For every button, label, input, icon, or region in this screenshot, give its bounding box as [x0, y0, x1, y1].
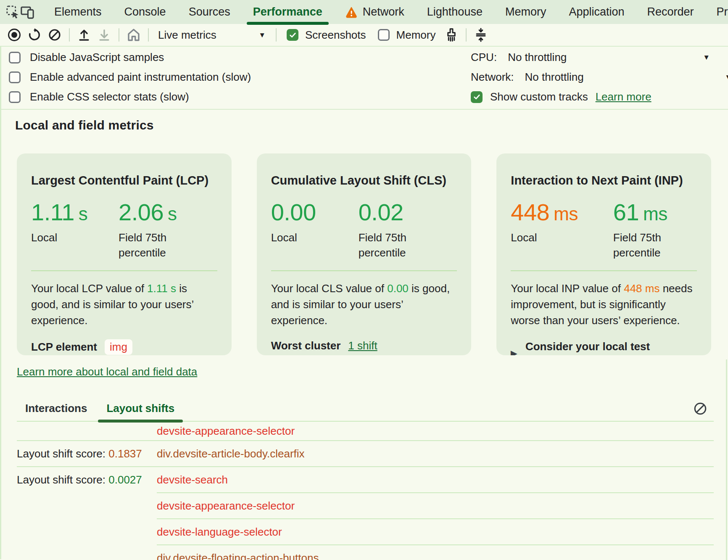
reload-icon: [27, 28, 42, 42]
chevron-down-icon[interactable]: ▼: [725, 74, 728, 81]
tab-label: Lighthouse: [427, 5, 483, 18]
tab-label: Sources: [189, 5, 230, 18]
cpu-throttling-select[interactable]: No throttling: [508, 51, 567, 64]
toolbar-divider: [466, 28, 467, 42]
screenshots-toggle[interactable]: Screenshots: [287, 29, 366, 42]
chevron-down-icon: ▼: [258, 32, 266, 39]
inp-field-label: Field 75th percentile: [613, 230, 693, 260]
tab-console[interactable]: Console: [113, 0, 177, 24]
device-toolbar-button[interactable]: [20, 0, 34, 24]
lcp-card-title: Largest Contentful Paint (LCP): [31, 174, 217, 188]
tab-recorder[interactable]: Recorder: [636, 0, 705, 24]
shift-element-link[interactable]: devsite-appearance-selector: [157, 499, 295, 512]
css-selector-stats-checkbox[interactable]: [9, 91, 21, 103]
card-divider: [511, 270, 697, 271]
devtools-tabbar: Elements Console Sources Performance Net…: [0, 0, 728, 24]
panel-mode-select[interactable]: Live metrics ▼: [153, 29, 272, 42]
inp-local-value: 448ms: [511, 198, 613, 226]
memory-checkbox[interactable]: [378, 29, 390, 41]
screenshots-checkbox[interactable]: [287, 29, 298, 41]
collect-garbage-button[interactable]: [441, 25, 462, 45]
tab-label: Elements: [54, 5, 102, 18]
option-label: Enable advanced paint instrumentation (s…: [30, 71, 251, 84]
tab-application[interactable]: Application: [557, 0, 636, 24]
layout-shift-row[interactable]: div.devsite-floating-action-buttons: [1, 545, 728, 560]
home-button[interactable]: [124, 25, 144, 45]
tab-lighthouse[interactable]: Lighthouse: [416, 0, 494, 24]
layout-shift-row[interactable]: devsite-appearance-selector: [1, 493, 728, 518]
warning-icon: [345, 6, 358, 18]
field-data-learn-more-link[interactable]: Learn more about local and field data: [17, 365, 197, 378]
disclosure-triangle-icon: ▶: [511, 349, 517, 356]
inp-field-value: 61ms: [613, 198, 697, 226]
lcp-field-label: Field 75th percentile: [119, 230, 198, 260]
worst-cluster-link[interactable]: 1 shift: [348, 339, 377, 352]
clear-log-button[interactable]: [692, 400, 709, 417]
tab-label: Recorder: [647, 5, 694, 18]
scroll-gutter-line: [726, 359, 727, 560]
tab-network[interactable]: Network: [334, 0, 416, 24]
worst-cluster-label: Worst cluster: [271, 339, 341, 352]
card-divider: [31, 270, 217, 271]
cls-card-title: Cumulative Layout Shift (CLS): [271, 174, 457, 188]
layout-shift-row[interactable]: devsite-appearance-selector: [1, 422, 728, 440]
lcp-element-chip[interactable]: img: [105, 339, 132, 355]
tab-label: Network: [363, 5, 404, 18]
save-profile-button[interactable]: [94, 25, 114, 45]
panel-mode-label: Live metrics: [158, 29, 258, 42]
lcp-local-value: 1.11s: [31, 198, 119, 226]
cls-local-value: 0.00: [271, 198, 359, 226]
network-throttling-select[interactable]: No throttling: [525, 71, 584, 84]
tab-performance[interactable]: Performance: [242, 0, 334, 24]
shift-element-link[interactable]: devsite-language-selector: [157, 526, 282, 539]
learn-more-link[interactable]: Learn more: [596, 90, 652, 103]
download-icon: [97, 28, 111, 42]
tab-label: Memory: [505, 5, 546, 18]
collapse-panel-button[interactable]: [471, 25, 491, 45]
layout-shift-row[interactable]: Layout shift score: 0.1837 div.devsite-a…: [1, 441, 728, 466]
local-test-conditions-disclosure[interactable]: ▶ Consider your local test conditions: [511, 340, 697, 355]
clear-button[interactable]: [45, 25, 65, 45]
card-divider: [271, 270, 457, 271]
cls-local-label: Local: [271, 230, 351, 245]
memory-toggle[interactable]: Memory: [378, 29, 436, 42]
layout-shift-row[interactable]: devsite-language-selector: [1, 519, 728, 544]
layout-shift-row[interactable]: Layout shift score: 0.0027 devsite-searc…: [1, 467, 728, 492]
record-button[interactable]: [4, 25, 24, 45]
show-custom-tracks-checkbox[interactable]: [471, 91, 483, 103]
log-tabs: Interactions Layout shifts: [1, 402, 728, 421]
tab-interactions[interactable]: Interactions: [25, 402, 87, 421]
screenshots-label: Screenshots: [305, 29, 366, 42]
device-toolbar-icon: [20, 5, 34, 19]
advanced-paint-checkbox[interactable]: [9, 71, 21, 83]
toolbar-divider: [148, 28, 149, 42]
shift-element-link[interactable]: devsite-search: [157, 473, 228, 486]
lcp-description: Your local LCP value of 1.11 s is good, …: [31, 280, 217, 328]
load-profile-button[interactable]: [74, 25, 94, 45]
tab-label: Performance: [253, 5, 322, 18]
chevron-down-icon[interactable]: ▼: [703, 54, 710, 61]
tab-layout-shifts[interactable]: Layout shifts: [106, 402, 174, 421]
shift-element-link[interactable]: div.devsite-floating-action-buttons: [157, 552, 319, 560]
inspect-icon: [6, 5, 20, 19]
tab-privacy-sandbox[interactable]: Privacy Sand: [705, 0, 728, 24]
reload-and-record-button[interactable]: [24, 25, 45, 45]
toolbar-divider: [276, 28, 277, 42]
performance-toolbar: Live metrics ▼ Screenshots Memory: [0, 24, 728, 47]
cls-card: Cumulative Layout Shift (CLS) 0.00 Local…: [257, 153, 472, 355]
shift-element-link[interactable]: div.devsite-article-body.clearfix: [157, 447, 305, 460]
toolbar-divider: [69, 28, 70, 42]
tab-label: Privacy Sand: [717, 5, 728, 18]
inspect-element-button[interactable]: [6, 0, 20, 24]
shift-element-link[interactable]: devsite-appearance-selector: [157, 425, 295, 438]
tab-memory[interactable]: Memory: [494, 0, 558, 24]
tab-sources[interactable]: Sources: [177, 0, 242, 24]
lcp-card: Largest Contentful Paint (LCP) 1.11s Loc…: [17, 153, 232, 355]
shift-score: Layout shift score: 0.1837: [17, 447, 157, 460]
memory-label: Memory: [396, 29, 436, 42]
tab-label: Console: [124, 5, 166, 18]
disable-js-samples-checkbox[interactable]: [9, 52, 21, 63]
tab-elements[interactable]: Elements: [43, 0, 113, 24]
live-metrics-log: Interactions Layout shifts devsite-appea…: [1, 402, 728, 560]
cls-field-label: Field 75th percentile: [359, 230, 438, 260]
